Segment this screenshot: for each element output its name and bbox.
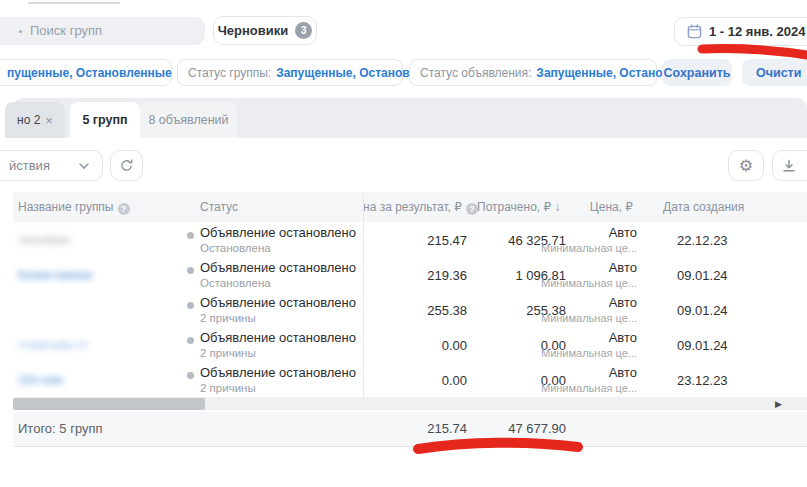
status-dot-icon xyxy=(187,302,194,309)
status-cell: Объявление остановлено Остановлена xyxy=(200,225,356,254)
column-status[interactable]: Статус xyxy=(200,200,238,214)
total-cost-per-result: 215.74 xyxy=(363,421,467,436)
price-mode: Авто xyxy=(513,260,637,275)
table-row[interactable]: Объявление остановлено 2 причины 255.38 … xyxy=(13,292,807,328)
date-range-button[interactable]: 1 - 12 янв. 2024 xyxy=(674,17,807,46)
drafts-button-label: Черновики xyxy=(218,23,289,38)
price-mode: Авто xyxy=(513,365,637,380)
filter-chip-group-status[interactable]: Статус группы: Запущенные, Остановленные… xyxy=(177,59,403,86)
price-cell: Авто Минимальная це... xyxy=(513,330,637,359)
status-cell: Объявление остановлено Остановлена xyxy=(200,260,356,289)
status-dot-icon xyxy=(187,267,194,274)
top-edge-fragment xyxy=(28,2,120,4)
total-spent: 47 677.90 xyxy=(473,421,566,436)
export-button[interactable] xyxy=(772,150,807,181)
status-subtext: 2 причины xyxy=(200,312,356,324)
clear-filters-button[interactable]: Очисти xyxy=(742,59,807,86)
status-dot-icon xyxy=(187,337,194,344)
group-name-link[interactable]: тмзнйвмс xyxy=(18,233,71,247)
horizontal-scrollbar[interactable]: ▶ xyxy=(13,398,807,410)
search-placeholder: Поиск групп xyxy=(30,23,102,38)
column-name[interactable]: Название группы? xyxy=(18,200,130,215)
created-date: 09.01.24 xyxy=(677,338,728,353)
price-mode: Авто xyxy=(513,295,637,310)
scroll-right-icon[interactable]: ▶ xyxy=(775,399,782,409)
price-strategy: Минимальная це... xyxy=(513,242,637,254)
price-cell: Авто Минимальная це... xyxy=(513,260,637,289)
group-name-link[interactable]: Копия каюши xyxy=(18,268,92,282)
cost-per-result-value: 0.00 xyxy=(363,373,467,388)
created-date: 09.01.24 xyxy=(677,268,728,283)
column-created[interactable]: Дата создания xyxy=(663,200,744,214)
tab-strip: но 2 × 5 групп 8 объявлений xyxy=(13,98,807,138)
price-strategy: Минимальная це... xyxy=(513,312,637,324)
search-input[interactable]: Поиск групп xyxy=(0,17,205,45)
column-cost-per-result[interactable]: на за результат, ₽? xyxy=(363,200,478,215)
selection-chip-label: но 2 xyxy=(17,113,40,127)
close-icon[interactable]: × xyxy=(45,113,53,128)
group-name-link[interactable]: лтамтыва лт xyxy=(18,338,88,352)
created-date: 09.01.24 xyxy=(677,303,728,318)
status-subtext: 2 причины xyxy=(200,347,356,359)
save-filters-button[interactable]: Сохранить xyxy=(662,59,732,86)
actions-dropdown-label: йствия xyxy=(9,158,50,173)
cost-per-result-value: 255.38 xyxy=(363,303,467,318)
filter-chip-campaign-status[interactable]: пущенные, Остановленные × xyxy=(0,59,172,86)
status-text: Объявление остановлено xyxy=(200,365,356,380)
table-row[interactable]: лтамтыва лт Объявление остановлено 2 при… xyxy=(13,327,807,363)
status-text: Объявление остановлено xyxy=(200,260,356,275)
status-subtext: Остановлена xyxy=(200,242,356,254)
drafts-button[interactable]: Черновики 3 xyxy=(213,16,317,45)
filter-chip-ad-status[interactable]: Статус объявления: Запущенные, Остановле… xyxy=(409,59,657,86)
column-price[interactable]: Цена, ₽ xyxy=(573,200,633,214)
scrollbar-thumb[interactable] xyxy=(13,398,205,410)
status-cell: Объявление остановлено 2 причины xyxy=(200,295,356,324)
groups-table: Название группы? Статус на за результат,… xyxy=(13,192,807,448)
table-footer: Итого: 5 групп 215.74 47 677.90 xyxy=(13,412,807,447)
gear-icon: ⚙ xyxy=(739,156,753,175)
frozen-column-divider xyxy=(363,192,364,398)
filter-chip-label: Статус объявления: xyxy=(420,66,531,80)
refresh-button[interactable] xyxy=(110,150,143,181)
price-strategy: Минимальная це... xyxy=(513,277,637,289)
price-mode: Авто xyxy=(513,330,637,345)
sort-desc-icon: ↓ xyxy=(555,200,561,214)
actions-dropdown[interactable]: йствия xyxy=(0,150,103,181)
status-text: Объявление остановлено xyxy=(200,330,356,345)
tab-groups[interactable]: 5 групп xyxy=(70,102,140,138)
status-cell: Объявление остановлено 2 причины xyxy=(200,330,356,359)
drafts-count-badge: 3 xyxy=(295,22,312,39)
search-icon xyxy=(19,30,22,33)
download-icon xyxy=(781,158,797,174)
price-mode: Авто xyxy=(513,225,637,240)
table-row[interactable]: Копия каюши Объявление остановлено Остан… xyxy=(13,257,807,293)
tab-ads[interactable]: 8 объявлений xyxy=(140,102,237,138)
group-name-link[interactable]: 10л клю xyxy=(18,373,63,387)
price-cell: Авто Минимальная це... xyxy=(513,225,637,254)
status-subtext: Остановлена xyxy=(200,277,356,289)
calendar-icon xyxy=(687,24,702,39)
table-row[interactable]: 10л клю Объявление остановлено 2 причины… xyxy=(13,362,807,398)
selection-chip[interactable]: но 2 × xyxy=(5,102,65,138)
chevron-down-icon xyxy=(78,162,90,170)
cost-per-result-value: 0.00 xyxy=(363,338,467,353)
price-cell: Авто Минимальная це... xyxy=(513,365,637,394)
cost-per-result-value: 215.47 xyxy=(363,233,467,248)
filter-chip-label: Статус группы: xyxy=(188,66,271,80)
settings-button[interactable]: ⚙ xyxy=(728,150,764,181)
price-strategy: Минимальная це... xyxy=(513,347,637,359)
help-icon[interactable]: ? xyxy=(118,203,130,215)
status-cell: Объявление остановлено 2 причины xyxy=(200,365,356,394)
price-strategy: Минимальная це... xyxy=(513,382,637,394)
cost-per-result-value: 219.36 xyxy=(363,268,467,283)
filter-chip-value: пущенные, Остановленные xyxy=(7,66,172,80)
status-subtext: 2 причины xyxy=(200,382,356,394)
created-date: 22.12.23 xyxy=(677,233,728,248)
table-row[interactable]: тмзнйвмс Объявление остановлено Остановл… xyxy=(13,222,807,258)
status-dot-icon xyxy=(187,232,194,239)
status-text: Объявление остановлено xyxy=(200,295,356,310)
column-spent[interactable]: Потрачено, ₽ ↓ xyxy=(477,200,561,214)
refresh-icon xyxy=(119,158,134,173)
date-range-label: 1 - 12 янв. 2024 xyxy=(709,24,805,39)
price-cell: Авто Минимальная це... xyxy=(513,295,637,324)
